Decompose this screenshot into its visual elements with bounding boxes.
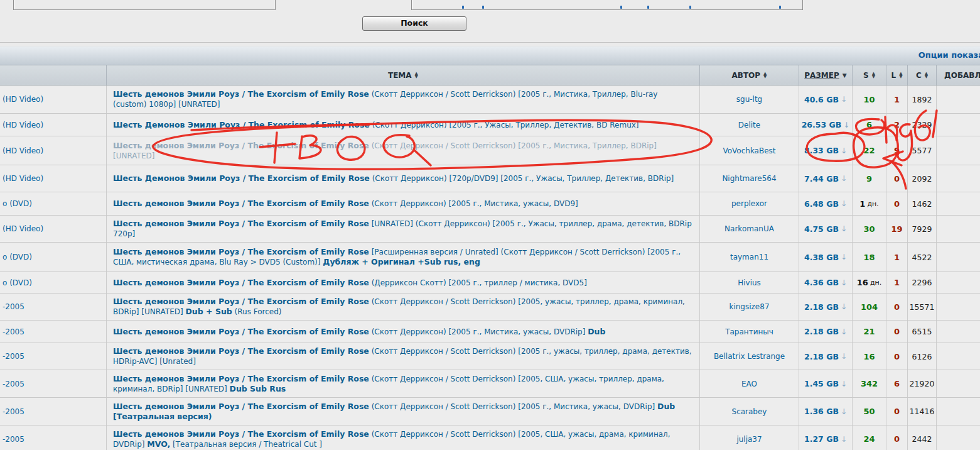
author-link[interactable]: julja37 [700,425,799,450]
topic-title-link[interactable]: Шесть демонов Эмили Роуз / The Exorcism … [113,374,693,394]
size-download-link[interactable]: 1.27 GB↓ [799,425,853,450]
download-arrow-icon[interactable]: ↓ [843,121,849,129]
topic-title-link[interactable]: Шесть демонов Эмили Роуз / The Exorcism … [113,141,693,161]
column-header-tema[interactable]: ТЕМА ▲▼ [107,65,700,85]
topic-cell: Шесть Демонов Эмили Роуз / The Exorcism … [107,165,700,192]
topic-title-link[interactable]: Шесть демонов Эмили Роуз / The Exorcism … [113,247,693,267]
added-date: 7-Фев- [937,243,980,272]
topic-title-link[interactable]: Шесть демонов Эмили Роуз / The Exorcism … [113,346,693,366]
forum-link[interactable]: о (DVD) [0,243,107,272]
sort-icon: ▲▼ [415,72,418,78]
author-link[interactable]: EAO [700,370,799,397]
leechers-value: 0 [886,321,908,343]
topic-title-link[interactable]: Шесть демонов Эмили Роуз / The Exorcism … [113,429,693,449]
author-link[interactable]: Delite [700,114,799,136]
size-download-link[interactable]: 26.53 GB↓ [799,114,853,136]
seeders-value: 16 [853,343,886,370]
size-download-link[interactable]: 1.36 GB↓ [799,398,853,425]
author-link[interactable]: sgu-ltg [700,85,799,113]
forum-link[interactable]: (HD Video) [0,216,107,242]
author-link[interactable]: kingsize87 [700,294,799,320]
forum-link[interactable]: (HD Video) [0,136,107,165]
download-arrow-icon[interactable]: ↓ [841,224,847,233]
replies-value: 4522 [908,243,937,272]
column-header-label: РАЗМЕР [804,71,839,80]
forum-link[interactable]: -2005 [0,294,107,320]
download-arrow-icon[interactable]: ↓ [841,302,847,311]
topic-title-link[interactable]: Шесть Демонов Эмили Роуз / The Exorcism … [113,173,674,184]
column-header-added[interactable]: ДОБАВЛЕН [937,65,980,85]
forum-link[interactable]: -2005 [0,321,107,343]
column-header-label: L [891,71,896,80]
topic-title-link[interactable]: Шесть демонов Эмили Роуз / The Exorcism … [113,278,587,288]
forum-link[interactable]: -2005 [0,343,107,370]
author-link[interactable]: Hivius [700,272,799,293]
display-options-link[interactable]: Опции показа [918,50,980,60]
download-arrow-icon[interactable]: ↓ [841,174,847,183]
topic-cell: Шесть демонов Эмили Роуз / The Exorcism … [107,192,700,215]
column-header-author[interactable]: АВТОР ▲▼ [700,65,799,85]
download-arrow-icon[interactable]: ↓ [841,435,847,444]
leechers-value: 0 [886,165,908,192]
added-date: 18-Дек- [937,398,980,425]
table-row: о (DVD) Шесть демонов Эмили Роуз / The E… [0,272,980,293]
author-link[interactable]: NarkomanUA [700,216,799,242]
size-download-link[interactable]: 4.75 GB↓ [799,216,853,242]
column-header-leechers[interactable]: L ▲▼ [886,65,908,85]
topic-title-link[interactable]: Шесть демонов Эмили Роуз / The Exorcism … [113,89,693,109]
topic-title-link[interactable]: Шесть демонов Эмили Роуз / The Exorcism … [113,219,693,239]
size-download-link[interactable]: 8.33 GB↓ [799,136,853,165]
forum-link[interactable]: о (DVD) [0,272,107,293]
topic-title-link[interactable]: Шесть демонов Эмили Роуз / The Exorcism … [113,199,578,209]
download-arrow-icon[interactable]: ↓ [841,146,847,155]
column-header-size[interactable]: РАЗМЕР ▼ [799,65,853,85]
forum-link[interactable]: -2005 [0,398,107,425]
forum-link[interactable]: (HD Video) [0,85,107,113]
author-link[interactable]: Nightmare564 [700,165,799,192]
author-link[interactable]: perplexor [700,192,799,215]
topic-cell: Шесть демонов Эмили Роуз / The Exorcism … [107,216,700,242]
column-header-forum[interactable]: ▲▼ [0,65,107,85]
topic-title-link[interactable]: Шесть Демонов Эмили Роуз / The Exorcism … [113,120,639,130]
size-download-link[interactable]: 4.36 GB↓ [799,272,853,293]
size-download-link[interactable]: 7.44 GB↓ [799,165,853,192]
download-arrow-icon[interactable]: ↓ [841,278,847,287]
leechers-value: 1 [886,85,908,113]
topic-title-link[interactable]: Шесть демонов Эмили Роуз / The Exorcism … [113,327,605,337]
column-header-replies[interactable]: C ▲▼ [908,65,937,85]
column-header-seeders[interactable]: S ▲▼ [853,65,886,85]
forum-link[interactable]: (HD Video) [0,165,107,192]
download-arrow-icon[interactable]: ↓ [841,199,847,208]
size-download-link[interactable]: 2.18 GB↓ [799,343,853,370]
forum-link[interactable]: (HD Video) [0,114,107,136]
author-link[interactable]: Тарантиныч [700,321,799,343]
download-arrow-icon[interactable]: ↓ [841,95,847,104]
download-arrow-icon[interactable]: ↓ [841,380,847,388]
search-query-fieldset[interactable] [13,0,276,10]
size-download-link[interactable]: 2.18 GB↓ [799,294,853,320]
author-link[interactable]: Scarabey [700,398,799,425]
download-arrow-icon[interactable]: ↓ [841,253,847,261]
size-download-link[interactable]: 1.45 GB↓ [799,370,853,397]
size-download-link[interactable]: 2.18 GB↓ [799,321,853,343]
topic-title-link[interactable]: Шесть демонов Эмили Роуз / The Exorcism … [113,297,693,317]
forum-link[interactable]: о (DVD) [0,192,107,215]
author-link[interactable]: tayman11 [700,243,799,272]
forum-link[interactable]: -2005 [0,370,107,397]
download-arrow-icon[interactable]: ↓ [841,407,847,416]
size-download-link[interactable]: 4.38 GB↓ [799,243,853,272]
table-row: -2005 Шесть демонов Эмили Роуз / The Exo… [0,320,980,343]
author-link[interactable]: Bellatrix Lestrange [700,343,799,370]
search-filters-fieldset[interactable] [411,0,803,10]
topic-title-link[interactable]: Шесть демонов Эмили Роуз / The Exorcism … [113,402,693,422]
author-link[interactable]: VoVochkaBest [700,136,799,165]
topic-cell: Шесть демонов Эмили Роуз / The Exorcism … [107,243,700,272]
sort-icon: ▲▼ [899,72,902,78]
size-download-link[interactable]: 6.48 GB↓ [799,192,853,215]
download-arrow-icon[interactable]: ↓ [841,327,847,336]
size-download-link[interactable]: 40.6 GB↓ [799,85,853,113]
search-button[interactable]: Поиск [362,16,466,31]
forum-link[interactable]: -2005 [0,425,107,450]
added-date: 6-Апр-0 [937,136,980,165]
download-arrow-icon[interactable]: ↓ [841,352,847,361]
